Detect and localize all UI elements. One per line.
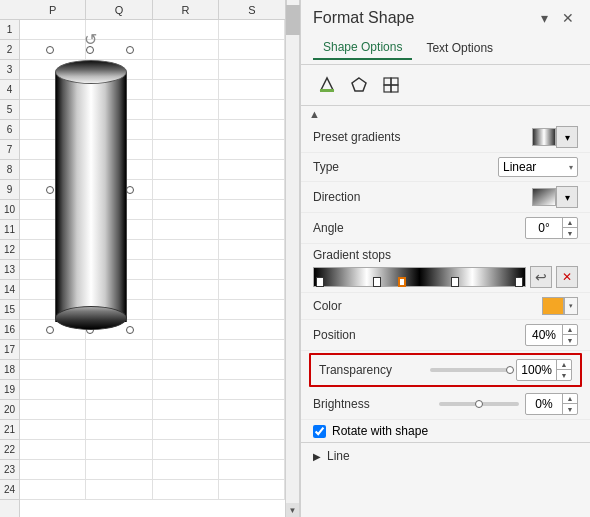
color-dropdown[interactable]: ▾	[564, 297, 578, 315]
format-shape-panel: Format Shape ▾ ✕ Shape Options Text Opti…	[300, 0, 590, 517]
brightness-control: 0% ▲ ▼	[413, 393, 578, 415]
cylinder-body	[55, 72, 127, 322]
position-value: 40%	[526, 326, 562, 344]
direction-control: ▾	[413, 186, 578, 208]
preset-gradients-control: ▾	[413, 126, 578, 148]
rotate-with-shape-label: Rotate with shape	[332, 424, 428, 438]
position-control: 40% ▲ ▼	[413, 324, 578, 346]
angle-up[interactable]: ▲	[563, 218, 577, 228]
angle-control: 0° ▲ ▼	[413, 217, 578, 239]
transparency-down[interactable]: ▼	[557, 370, 571, 380]
position-spinner[interactable]: 40% ▲ ▼	[525, 324, 578, 346]
gradient-stops-label: Gradient stops	[313, 248, 578, 262]
transparency-label: Transparency	[319, 363, 419, 377]
preset-gradients-label: Preset gradients	[313, 130, 413, 144]
preset-gradients-row: Preset gradients ▾	[301, 122, 590, 153]
type-dropdown-arrow: ▾	[569, 163, 573, 172]
transparency-value: 100%	[517, 361, 556, 379]
brightness-spinner-arrows: ▲ ▼	[562, 394, 577, 414]
tab-text-options[interactable]: Text Options	[416, 36, 503, 60]
transparency-spinner-arrows: ▲ ▼	[556, 360, 571, 380]
effects-icon-button[interactable]	[377, 71, 405, 99]
fill-icon-button[interactable]	[313, 71, 341, 99]
add-stop-button[interactable]: ↩	[530, 266, 552, 288]
stop-marker-4[interactable]	[515, 277, 523, 287]
angle-row: Angle 0° ▲ ▼	[301, 213, 590, 244]
brightness-slider-thumb[interactable]	[475, 400, 483, 408]
panel-minimize-button[interactable]: ▾	[537, 8, 552, 28]
column-headers: P Q R S	[0, 0, 299, 20]
icon-row	[301, 65, 590, 106]
col-header-s: S	[219, 0, 285, 19]
color-control: ▾	[413, 297, 578, 315]
position-spinner-arrows: ▲ ▼	[562, 325, 577, 345]
panel-scroll-area[interactable]: ▲ Preset gradients ▾ Type Linear ▾ Direc…	[301, 106, 590, 517]
transparency-row: Transparency 100% ▲ ▼	[309, 353, 582, 387]
gradient-bar[interactable]	[313, 267, 526, 287]
line-section-label: Line	[327, 449, 350, 463]
angle-spinner[interactable]: 0° ▲ ▼	[525, 217, 578, 239]
type-dropdown[interactable]: Linear ▾	[498, 157, 578, 177]
angle-spinner-arrows: ▲ ▼	[562, 218, 577, 238]
brightness-row: Brightness 0% ▲ ▼	[301, 389, 590, 420]
cells-area[interactable]: ↺	[20, 20, 285, 517]
remove-stop-button[interactable]: ✕	[556, 266, 578, 288]
type-row: Type Linear ▾	[301, 153, 590, 182]
tab-shape-options[interactable]: Shape Options	[313, 36, 412, 60]
brightness-up[interactable]: ▲	[563, 394, 577, 404]
transparency-slider-track[interactable]	[430, 368, 510, 372]
panel-close-button[interactable]: ✕	[558, 8, 578, 28]
transparency-slider-thumb[interactable]	[506, 366, 514, 374]
direction-dropdown[interactable]: ▾	[556, 186, 578, 208]
stop-marker-0[interactable]	[316, 277, 324, 287]
gradient-section-toggle[interactable]: ▲	[301, 106, 590, 122]
col-header-r: R	[153, 0, 219, 19]
stop-marker-active[interactable]	[398, 277, 406, 287]
type-control: Linear ▾	[413, 157, 578, 177]
panel-controls: ▾ ✕	[537, 8, 578, 28]
color-row: Color ▾	[301, 293, 590, 320]
row-numbers: 1 2 3 4 5 6 7 8 9 10 11 12 13 14 15 16 1…	[0, 20, 20, 517]
brightness-down[interactable]: ▼	[563, 404, 577, 414]
handle-bottom-right[interactable]	[126, 326, 134, 334]
scroll-down-arrow[interactable]: ▼	[286, 503, 300, 517]
color-swatch[interactable]	[542, 297, 564, 315]
color-button[interactable]: ▾	[542, 297, 578, 315]
position-up[interactable]: ▲	[563, 325, 577, 335]
vertical-scrollbar[interactable]: ▲ ▼	[285, 20, 299, 517]
handle-bottom-left[interactable]	[46, 326, 54, 334]
type-label: Type	[313, 160, 413, 174]
handle-top-right[interactable]	[126, 46, 134, 54]
gradient-stops-row: Gradient stops ↩ ✕	[301, 244, 590, 293]
preset-gradient-dropdown[interactable]: ▾	[556, 126, 578, 148]
panel-header: Format Shape ▾ ✕	[301, 0, 590, 32]
brightness-slider-track[interactable]	[439, 402, 519, 406]
scroll-track[interactable]	[286, 34, 300, 503]
handle-top-left[interactable]	[46, 46, 54, 54]
direction-label: Direction	[313, 190, 413, 204]
angle-down[interactable]: ▼	[563, 228, 577, 238]
color-dropdown-arrow: ▾	[564, 297, 578, 315]
direction-preview[interactable]	[532, 188, 556, 206]
handle-top-center[interactable]	[86, 46, 94, 54]
handle-middle-right[interactable]	[126, 186, 134, 194]
transparency-up[interactable]: ▲	[557, 360, 571, 370]
angle-label: Angle	[313, 221, 413, 235]
scroll-thumb[interactable]	[286, 20, 300, 35]
brightness-spinner[interactable]: 0% ▲ ▼	[525, 393, 578, 415]
handle-middle-left[interactable]	[46, 186, 54, 194]
transparency-slider-container	[419, 368, 510, 372]
line-section-expand[interactable]: ▶ Line	[301, 442, 590, 469]
position-down[interactable]: ▼	[563, 335, 577, 345]
stop-marker-1[interactable]	[373, 277, 381, 287]
rotate-with-shape-checkbox[interactable]	[313, 425, 326, 438]
transparency-spinner[interactable]: 100% ▲ ▼	[516, 359, 572, 381]
stop-marker-3[interactable]	[451, 277, 459, 287]
color-label: Color	[313, 299, 413, 313]
preset-gradient-color-box[interactable]	[532, 128, 556, 146]
cylinder-shape-container[interactable]: ↺	[50, 50, 130, 330]
outline-icon-button[interactable]	[345, 71, 373, 99]
transparency-control: 100% ▲ ▼	[419, 359, 572, 381]
brightness-label: Brightness	[313, 397, 413, 411]
svg-rect-4	[384, 85, 391, 92]
